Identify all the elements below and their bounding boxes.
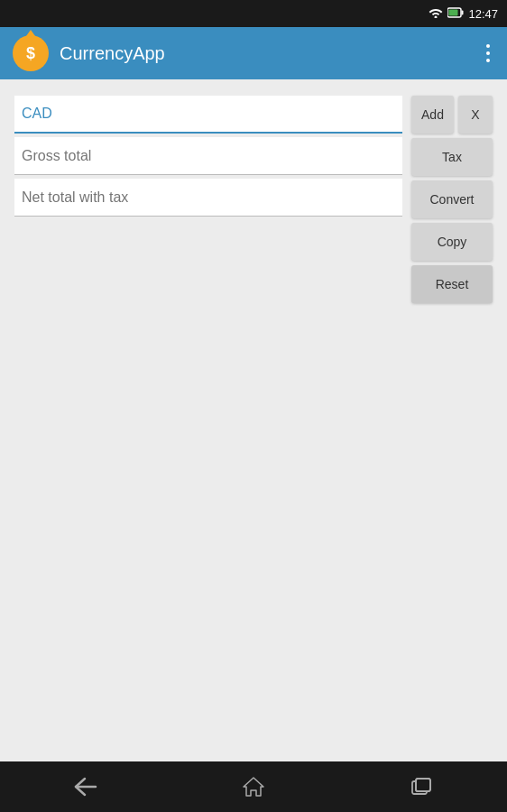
menu-dot-3 xyxy=(486,59,490,62)
app-title: CurrencyApp xyxy=(60,43,165,64)
tax-button[interactable]: Tax xyxy=(411,138,493,176)
app-logo-icon: $ xyxy=(13,35,49,71)
menu-dot-2 xyxy=(486,51,490,55)
svg-marker-5 xyxy=(244,778,263,796)
add-button[interactable]: Add xyxy=(411,96,454,134)
main-content: Add X Tax Convert Copy Reset xyxy=(0,79,507,761)
add-row: Add X xyxy=(411,96,493,134)
convert-button[interactable]: Convert xyxy=(411,180,493,218)
copy-button[interactable]: Copy xyxy=(411,223,493,261)
menu-dot-1 xyxy=(486,44,490,48)
net-total-input[interactable] xyxy=(14,179,402,217)
form-area: Add X Tax Convert Copy Reset xyxy=(14,96,493,303)
dollar-symbol: $ xyxy=(26,44,35,63)
bottom-nav xyxy=(0,761,507,812)
app-bar-left: $ CurrencyApp xyxy=(13,35,165,71)
svg-rect-3 xyxy=(449,9,458,15)
svg-point-0 xyxy=(435,16,438,19)
button-column: Add X Tax Convert Copy Reset xyxy=(411,96,493,303)
svg-rect-2 xyxy=(462,10,464,14)
input-column xyxy=(14,96,402,217)
wifi-icon xyxy=(429,6,443,21)
recents-icon xyxy=(411,777,433,797)
clear-button[interactable]: X xyxy=(458,96,493,134)
svg-rect-7 xyxy=(416,779,430,791)
status-time: 12:47 xyxy=(468,7,498,21)
back-nav-button[interactable] xyxy=(58,769,112,805)
home-nav-button[interactable] xyxy=(226,769,281,805)
gross-total-input[interactable] xyxy=(14,137,402,175)
back-icon xyxy=(72,777,97,797)
recents-nav-button[interactable] xyxy=(395,769,449,805)
reset-button[interactable]: Reset xyxy=(411,265,493,303)
currency-input[interactable] xyxy=(14,96,402,134)
status-icons: 12:47 xyxy=(429,6,498,21)
overflow-menu-button[interactable] xyxy=(482,40,494,67)
home-icon xyxy=(242,776,265,798)
app-bar: $ CurrencyApp xyxy=(0,27,507,79)
status-bar: 12:47 xyxy=(0,0,507,27)
battery-icon xyxy=(447,7,464,21)
